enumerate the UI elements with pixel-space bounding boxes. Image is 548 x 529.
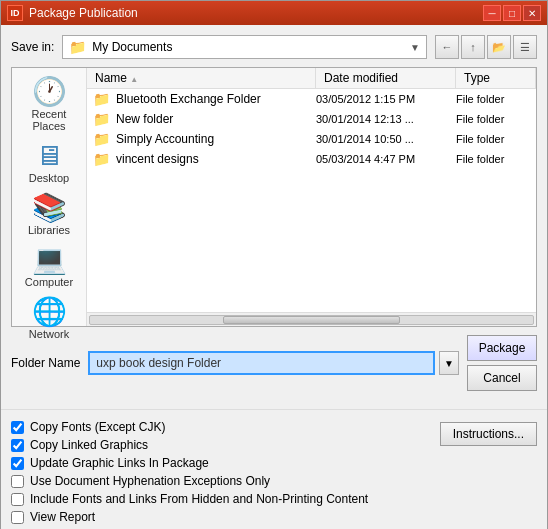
checkbox-update_graphic[interactable] [11,457,24,470]
checkbox-hidden_fonts[interactable] [11,493,24,506]
file-icon: 📁 [93,151,110,167]
folder-name-row: Folder Name ▼ Package Cancel [11,335,537,391]
checkbox-row-hidden_fonts: Include Fonts and Links From Hidden and … [11,492,430,506]
save-in-row: Save in: 📁 My Documents ▼ ← ↑ 📂 ☰ [11,35,537,59]
title-bar: ID Package Publication ─ □ ✕ [1,1,547,25]
action-buttons: Package Cancel [467,335,537,391]
sidebar-item-computer[interactable]: 💻 Computer [15,242,83,292]
table-row[interactable]: 📁 New folder 30/01/2014 12:13 ... File f… [87,109,536,129]
window-controls: ─ □ ✕ [483,5,541,21]
checkboxes-col: Copy Fonts (Except CJK)Copy Linked Graph… [11,420,430,528]
checkbox-row-copy_fonts: Copy Fonts (Except CJK) [11,420,430,434]
new-folder-button[interactable]: 📂 [487,35,511,59]
bottom-rows-and-btn: Copy Fonts (Except CJK)Copy Linked Graph… [11,420,537,528]
file-name: Bluetooth Exchange Folder [116,92,316,106]
folder-name-row-inner: ▼ [88,351,459,375]
file-icon: 📁 [93,91,110,107]
views-button[interactable]: ☰ [513,35,537,59]
dropdown-arrow-icon: ▼ [410,42,420,53]
table-row[interactable]: 📁 Bluetooth Exchange Folder 03/05/2012 1… [87,89,536,109]
file-date: 05/03/2014 4:47 PM [316,153,456,165]
recent-places-icon: 🕐 [32,78,67,106]
file-name: New folder [116,112,316,126]
checkbox-label-update_graphic[interactable]: Update Graphic Links In Package [30,456,209,470]
up-button[interactable]: ↑ [461,35,485,59]
instructions-button[interactable]: Instructions... [440,422,537,446]
package-publication-dialog: ID Package Publication ─ □ ✕ Save in: 📁 … [0,0,548,529]
checkbox-row-view_report: View Report [11,510,430,524]
save-in-dropdown[interactable]: 📁 My Documents ▼ [62,35,427,59]
computer-icon: 💻 [32,246,67,274]
column-type[interactable]: Type [456,68,536,88]
main-area: 🕐 Recent Places 🖥 Desktop 📚 Libraries 💻 … [11,67,537,327]
file-name: vincent designs [116,152,316,166]
checkbox-label-copy_fonts[interactable]: Copy Fonts (Except CJK) [30,420,165,434]
package-button[interactable]: Package [467,335,537,361]
scrollbar-thumb[interactable] [223,316,400,324]
table-row[interactable]: 📁 Simply Accounting 30/01/2014 10:50 ...… [87,129,536,149]
checkbox-copy_graphics[interactable] [11,439,24,452]
folder-name-label: Folder Name [11,356,80,370]
instructions-col: Instructions... [440,420,537,528]
checkbox-label-hidden_fonts[interactable]: Include Fonts and Links From Hidden and … [30,492,368,506]
sidebar-item-recent-label: Recent Places [17,108,81,132]
desktop-icon: 🖥 [35,142,63,170]
column-date[interactable]: Date modified [316,68,456,88]
folder-name-dropdown-arrow[interactable]: ▼ [439,351,459,375]
sidebar-item-desktop-label: Desktop [29,172,69,184]
checkbox-label-hyphenation[interactable]: Use Document Hyphenation Exceptions Only [30,474,270,488]
save-in-label: Save in: [11,40,54,54]
column-name[interactable]: Name ▲ [87,68,316,88]
title-bar-left: ID Package Publication [7,5,138,21]
scrollbar-track[interactable] [89,315,534,325]
sidebar-item-network[interactable]: 🌐 Network [15,294,83,344]
navigation-buttons: ← ↑ 📂 ☰ [435,35,537,59]
file-type: File folder [456,153,536,165]
maximize-button[interactable]: □ [503,5,521,21]
minimize-button[interactable]: ─ [483,5,501,21]
close-button[interactable]: ✕ [523,5,541,21]
horizontal-scrollbar[interactable] [87,312,536,326]
file-list-area: Name ▲ Date modified Type 📁 Bluetooth Ex… [87,68,536,326]
checkbox-hyphenation[interactable] [11,475,24,488]
dialog-content: Save in: 📁 My Documents ▼ ← ↑ 📂 ☰ 🕐 Rece… [1,25,547,401]
folder-name-input[interactable] [88,351,435,375]
file-date: 30/01/2014 12:13 ... [316,113,456,125]
checkbox-row-update_graphic: Update Graphic Links In Package [11,456,430,470]
bottom-section: Copy Fonts (Except CJK)Copy Linked Graph… [1,409,547,529]
checkbox-label-view_report[interactable]: View Report [30,510,95,524]
file-name: Simply Accounting [116,132,316,146]
file-type: File folder [456,133,536,145]
checkbox-row-hyphenation: Use Document Hyphenation Exceptions Only [11,474,430,488]
app-icon: ID [7,5,23,21]
cancel-button[interactable]: Cancel [467,365,537,391]
back-button[interactable]: ← [435,35,459,59]
file-type: File folder [456,93,536,105]
checkbox-copy_fonts[interactable] [11,421,24,434]
sort-icon: ▲ [130,75,138,84]
sidebar-item-libraries[interactable]: 📚 Libraries [15,190,83,240]
checkbox-label-copy_graphics[interactable]: Copy Linked Graphics [30,438,148,452]
network-icon: 🌐 [32,298,67,326]
file-list-header: Name ▲ Date modified Type [87,68,536,89]
checkbox-row-copy_graphics: Copy Linked Graphics [11,438,430,452]
file-icon: 📁 [93,131,110,147]
sidebar-item-libraries-label: Libraries [28,224,70,236]
file-date: 30/01/2014 10:50 ... [316,133,456,145]
libraries-icon: 📚 [32,194,67,222]
sidebar-item-desktop[interactable]: 🖥 Desktop [15,138,83,188]
folder-icon: 📁 [69,39,86,55]
save-in-value: My Documents [92,40,410,54]
checkbox-view_report[interactable] [11,511,24,524]
sidebar-item-recent[interactable]: 🕐 Recent Places [15,74,83,136]
sidebar-item-computer-label: Computer [25,276,73,288]
file-date: 03/05/2012 1:15 PM [316,93,456,105]
table-row[interactable]: 📁 vincent designs 05/03/2014 4:47 PM Fil… [87,149,536,169]
file-list-body: 📁 Bluetooth Exchange Folder 03/05/2012 1… [87,89,536,312]
sidebar: 🕐 Recent Places 🖥 Desktop 📚 Libraries 💻 … [12,68,87,326]
file-type: File folder [456,113,536,125]
window-title: Package Publication [29,6,138,20]
sidebar-item-network-label: Network [29,328,69,340]
file-icon: 📁 [93,111,110,127]
